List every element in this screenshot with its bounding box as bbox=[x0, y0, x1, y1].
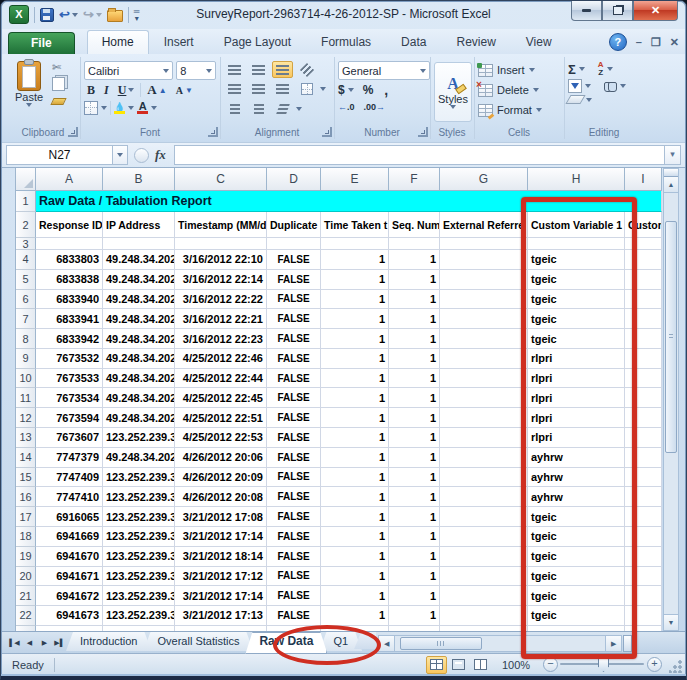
cell[interactable]: 1 bbox=[389, 507, 440, 527]
cell[interactable]: ayhrw bbox=[528, 448, 625, 468]
cell[interactable]: 4/26/2012 20:09 bbox=[175, 468, 267, 488]
cell[interactable]: 49.248.34.202 bbox=[103, 290, 175, 310]
italic-button[interactable]: I bbox=[101, 83, 112, 98]
cell[interactable] bbox=[440, 329, 528, 349]
copy-icon[interactable] bbox=[52, 77, 65, 91]
cell[interactable]: 6833838 bbox=[36, 270, 103, 290]
bold-button[interactable]: B bbox=[84, 83, 98, 98]
cell[interactable]: 1 bbox=[389, 527, 440, 547]
field-header-cell[interactable]: IP Address bbox=[103, 212, 175, 238]
cell[interactable]: 1 bbox=[389, 428, 440, 448]
cell[interactable] bbox=[440, 349, 528, 369]
row-header-3[interactable]: 3 bbox=[16, 238, 36, 250]
cell[interactable]: tgeic bbox=[528, 586, 625, 606]
row-header-8[interactable]: 8 bbox=[16, 329, 36, 349]
merge-dropdown-icon[interactable] bbox=[320, 87, 326, 91]
zoom-level[interactable]: 100% bbox=[502, 659, 530, 671]
autosum-dropdown-icon[interactable] bbox=[579, 67, 585, 71]
wrap-text-button[interactable] bbox=[272, 100, 293, 117]
horizontal-scroll-track[interactable] bbox=[395, 635, 605, 652]
fill-color-dropdown-icon[interactable] bbox=[128, 106, 134, 110]
row-header-9[interactable]: 9 bbox=[16, 349, 36, 369]
cell[interactable]: 1 bbox=[321, 408, 389, 428]
cell[interactable]: 6916065 bbox=[36, 507, 103, 527]
find-dropdown-icon[interactable] bbox=[620, 84, 626, 88]
cell[interactable]: rlpri bbox=[528, 349, 625, 369]
cell[interactable]: 3/21/2012 17:08 bbox=[175, 507, 267, 527]
cell[interactable]: FALSE bbox=[267, 547, 321, 567]
paste-dropdown-icon[interactable] bbox=[26, 103, 32, 107]
cell[interactable]: 1 bbox=[321, 369, 389, 389]
cell[interactable] bbox=[625, 369, 662, 389]
clear-button[interactable] bbox=[565, 95, 585, 104]
cell[interactable]: 3/21/2012 17:14 bbox=[175, 586, 267, 606]
fill-dropdown-icon[interactable] bbox=[585, 84, 591, 88]
cell[interactable] bbox=[625, 290, 662, 310]
number-dialog-launcher-icon[interactable] bbox=[418, 127, 428, 137]
cell[interactable] bbox=[440, 586, 528, 606]
align-left-button[interactable] bbox=[224, 80, 245, 97]
field-header-cell[interactable]: Time Taken t bbox=[321, 212, 389, 238]
row-header-11[interactable]: 11 bbox=[16, 388, 36, 408]
zoom-out-button[interactable]: − bbox=[543, 657, 558, 672]
ribbon-tab-insert[interactable]: Insert bbox=[149, 30, 209, 54]
page-layout-view-button[interactable] bbox=[448, 656, 469, 674]
close-button[interactable]: ✕ bbox=[633, 1, 678, 21]
field-header-cell[interactable]: Custom Variable 1 bbox=[528, 212, 625, 238]
expand-formula-bar-button[interactable]: ▾ bbox=[664, 145, 681, 165]
cell[interactable] bbox=[440, 388, 528, 408]
cell[interactable]: tgeic bbox=[528, 527, 625, 547]
formula-input[interactable] bbox=[174, 145, 664, 165]
cell[interactable]: ayhrw bbox=[528, 487, 625, 507]
cell[interactable]: tgeic bbox=[528, 606, 625, 626]
cell[interactable] bbox=[625, 468, 662, 488]
cell[interactable]: 7673533 bbox=[36, 369, 103, 389]
row-header-20[interactable]: 20 bbox=[16, 567, 36, 587]
fill-button[interactable] bbox=[568, 79, 582, 93]
cell[interactable]: FALSE bbox=[267, 448, 321, 468]
cell[interactable] bbox=[389, 238, 440, 250]
cell[interactable] bbox=[267, 238, 321, 250]
cell[interactable]: 49.248.34.202 bbox=[103, 329, 175, 349]
cell[interactable]: 6941669 bbox=[36, 527, 103, 547]
workbook-close-icon[interactable]: ✕ bbox=[670, 37, 679, 47]
cell[interactable]: 123.252.239.3 bbox=[103, 507, 175, 527]
cell[interactable]: 6941670 bbox=[36, 547, 103, 567]
cell[interactable]: 1 bbox=[389, 329, 440, 349]
row-header-17[interactable]: 17 bbox=[16, 507, 36, 527]
cell[interactable]: 1 bbox=[389, 468, 440, 488]
row-header-14[interactable]: 14 bbox=[16, 448, 36, 468]
fill-color-button[interactable]: 💧 bbox=[114, 103, 125, 114]
cell[interactable]: 4/25/2012 22:44 bbox=[175, 369, 267, 389]
borders-dropdown-icon[interactable] bbox=[101, 106, 107, 110]
help-icon[interactable]: ? bbox=[609, 33, 627, 51]
cell[interactable]: 1 bbox=[321, 527, 389, 547]
decrease-decimal-button[interactable]: .00→ bbox=[364, 102, 386, 112]
cell[interactable]: FALSE bbox=[267, 309, 321, 329]
row-header-2[interactable]: 2 bbox=[16, 212, 36, 238]
cell[interactable]: 49.248.34.202 bbox=[103, 388, 175, 408]
increase-indent-button[interactable] bbox=[248, 100, 269, 117]
orientation-button[interactable] bbox=[296, 61, 317, 78]
name-box[interactable]: N27 bbox=[6, 145, 113, 165]
sort-dropdown-icon[interactable] bbox=[607, 67, 613, 71]
first-sheet-icon[interactable]: ▌◀ bbox=[8, 636, 21, 649]
cell[interactable]: 1 bbox=[321, 250, 389, 270]
ribbon-tab-home[interactable]: Home bbox=[87, 30, 149, 54]
cell[interactable]: rlpri bbox=[528, 428, 625, 448]
currency-dropdown-icon[interactable] bbox=[348, 88, 354, 92]
cell[interactable]: 7747410 bbox=[36, 487, 103, 507]
scroll-right-icon[interactable]: ▶ bbox=[605, 635, 622, 652]
merge-center-button[interactable] bbox=[296, 80, 317, 97]
cell[interactable]: 1 bbox=[321, 388, 389, 408]
resize-grip[interactable] bbox=[669, 660, 682, 673]
cell[interactable]: FALSE bbox=[267, 586, 321, 606]
cell[interactable] bbox=[440, 606, 528, 626]
cell[interactable] bbox=[625, 408, 662, 428]
align-middle-button[interactable] bbox=[248, 61, 269, 78]
row-header-19[interactable]: 19 bbox=[16, 547, 36, 567]
cell[interactable] bbox=[440, 507, 528, 527]
ribbon-tab-page-layout[interactable]: Page Layout bbox=[209, 30, 306, 54]
cell[interactable] bbox=[625, 388, 662, 408]
font-color-button[interactable]: A bbox=[137, 102, 148, 114]
